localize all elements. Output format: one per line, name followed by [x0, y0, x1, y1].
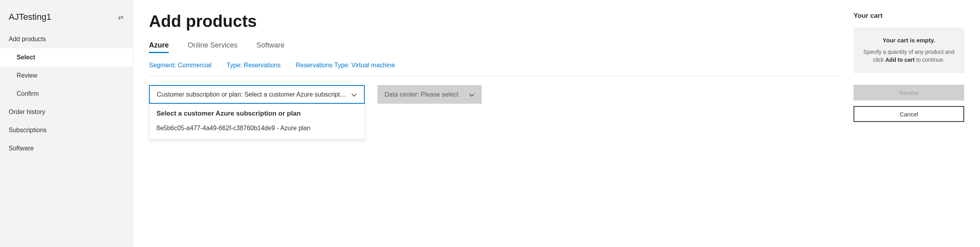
sidebar-header: AJTesting1 ⇄: [0, 0, 133, 30]
product-tabs: Azure Online Services Software: [149, 41, 838, 53]
cart-panel: Your cart Your cart is empty. Specify a …: [854, 12, 964, 235]
sidebar: AJTesting1 ⇄ Add products Select Review …: [0, 0, 133, 247]
datacenter-dropdown-label: Data center: Please select: [384, 91, 458, 98]
cart-title: Your cart: [854, 12, 964, 20]
subscription-dropdown-list-header: Select a customer Azure subscription or …: [156, 110, 357, 118]
cart-empty-heading: Your cart is empty.: [859, 37, 958, 44]
subscription-dropdown[interactable]: Customer subscription or plan: Select a …: [149, 85, 365, 104]
sidebar-item-order-history[interactable]: Order history: [0, 103, 133, 121]
filter-breadcrumb: Segment: Commercial Type: Reservations R…: [149, 62, 838, 76]
filter-segment[interactable]: Segment: Commercial: [149, 62, 211, 69]
main-content: Add products Azure Online Services Softw…: [133, 0, 980, 247]
chevron-down-icon: [351, 91, 357, 98]
cart-empty-box: Your cart is empty. Specify a quantity o…: [854, 28, 964, 73]
review-button[interactable]: Review: [854, 85, 964, 101]
tab-azure[interactable]: Azure: [149, 41, 169, 53]
sidebar-item-confirm[interactable]: Confirm: [0, 85, 133, 103]
sidebar-item-select[interactable]: Select: [0, 48, 133, 66]
datacenter-dropdown[interactable]: Data center: Please select: [377, 85, 482, 104]
cart-empty-text: Specify a quantity of any product and cl…: [859, 48, 958, 64]
dropdown-row: Customer subscription or plan: Select a …: [149, 85, 838, 104]
sidebar-item-software[interactable]: Software: [0, 139, 133, 158]
sidebar-title: AJTesting1: [9, 12, 51, 22]
sidebar-item-review[interactable]: Review: [0, 66, 133, 85]
main-left-column: Add products Azure Online Services Softw…: [149, 12, 838, 235]
chevron-down-icon: [469, 91, 475, 98]
subscription-dropdown-list: Select a customer Azure subscription or …: [149, 104, 365, 139]
filter-reservations-type[interactable]: Reservations Type: Virtual machine: [296, 62, 395, 69]
filter-type[interactable]: Type: Reservations: [226, 62, 281, 69]
subscription-dropdown-wrap: Customer subscription or plan: Select a …: [149, 85, 365, 104]
cancel-button[interactable]: Cancel: [854, 106, 964, 122]
subscription-dropdown-label: Customer subscription or plan: Select a …: [157, 91, 347, 98]
sidebar-item-add-products[interactable]: Add products: [0, 30, 133, 48]
subscription-dropdown-item[interactable]: 8e5b6c05-a477-4a49-662f-c38760b14de9 - A…: [156, 123, 357, 133]
sidebar-item-subscriptions[interactable]: Subscriptions: [0, 121, 133, 139]
cart-empty-text-bold: Add to cart: [885, 57, 914, 63]
cart-empty-text-2: to continue.: [914, 57, 944, 63]
tab-software[interactable]: Software: [256, 41, 285, 53]
page-title: Add products: [149, 12, 838, 31]
swap-icon[interactable]: ⇄: [118, 13, 123, 21]
tab-online-services[interactable]: Online Services: [188, 41, 237, 53]
